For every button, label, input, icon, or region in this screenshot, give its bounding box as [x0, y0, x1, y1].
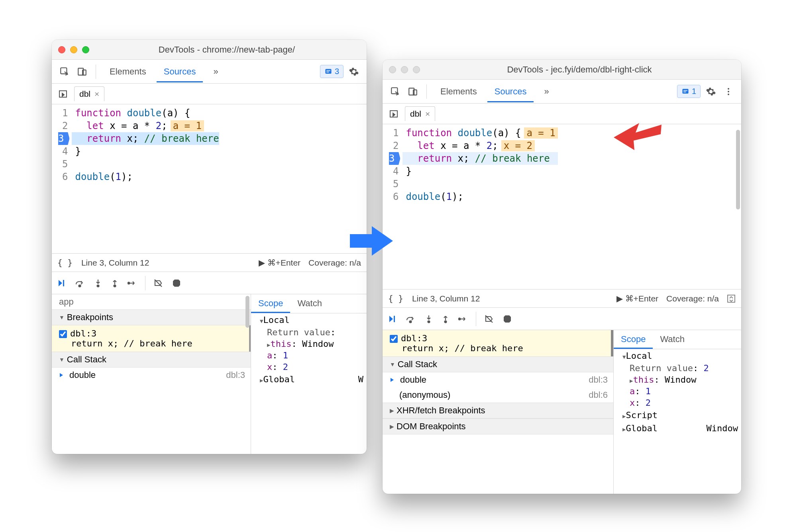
resume-icon[interactable]: [387, 314, 397, 324]
editor-statusbar: { } Line 3, Column 12 ▶ ⌘+Enter Coverage…: [383, 289, 741, 307]
close-window-button[interactable]: [58, 46, 65, 53]
titlebar: DevTools - jec.fyi/demo/dbl-right-click: [383, 60, 741, 80]
issues-badge[interactable]: 1: [677, 85, 701, 98]
file-tab-close-icon[interactable]: ×: [425, 109, 430, 119]
tab-sources[interactable]: Sources: [487, 81, 534, 102]
svg-point-8: [97, 285, 99, 287]
deactivate-breakpoints-icon[interactable]: [484, 314, 494, 324]
svg-rect-14: [682, 89, 688, 94]
tab-watch[interactable]: Watch: [290, 294, 329, 313]
close-window-button[interactable]: [389, 66, 396, 73]
run-snippet[interactable]: ▶ ⌘+Enter: [616, 294, 658, 303]
debugger-toolbar: [52, 272, 367, 294]
show-navigator-icon[interactable]: [387, 107, 401, 121]
tab-elements[interactable]: Elements: [102, 61, 153, 82]
expand-icon[interactable]: [727, 294, 736, 303]
step-out-icon[interactable]: [111, 279, 119, 288]
gear-icon[interactable]: [704, 84, 718, 99]
step-into-icon[interactable]: [425, 315, 433, 323]
svg-point-19: [728, 94, 729, 95]
show-navigator-icon[interactable]: [56, 87, 70, 101]
inspect-element-icon[interactable]: [57, 65, 72, 79]
file-tab-dbl[interactable]: dbl ×: [74, 86, 104, 101]
stack-frame[interactable]: (anonymous) dbl:6: [383, 387, 613, 403]
file-tab-close-icon[interactable]: ×: [94, 89, 99, 99]
device-toggle-icon[interactable]: [75, 65, 89, 79]
run-snippet[interactable]: ▶ ⌘+Enter: [259, 258, 300, 268]
pretty-print-icon[interactable]: { }: [57, 258, 73, 268]
code-body[interactable]: function double(a) { let x = a * 2;a = 1…: [72, 104, 219, 186]
window-title: DevTools - chrome://new-tab-page/: [93, 45, 360, 55]
inline-value-x: x = 2: [501, 140, 535, 151]
svg-rect-4: [326, 70, 330, 71]
stack-frame[interactable]: double dbl:3: [383, 372, 613, 387]
callstack-header[interactable]: ▼Call Stack: [52, 352, 251, 368]
inspect-element-icon[interactable]: [388, 84, 402, 99]
breakpoint-marker[interactable]: 3: [389, 152, 400, 165]
deactivate-breakpoints-icon[interactable]: [153, 278, 163, 288]
minimize-window-button[interactable]: [70, 46, 77, 53]
svg-point-9: [114, 285, 116, 287]
breakpoint-checkbox[interactable]: [59, 330, 67, 338]
svg-point-17: [728, 88, 729, 90]
xhr-breakpoints-header[interactable]: ▶XHR/fetch Breakpoints: [383, 403, 613, 419]
callstack-header[interactable]: ▼Call Stack: [383, 356, 613, 372]
tab-more[interactable]: »: [537, 81, 556, 102]
svg-point-10: [128, 282, 130, 284]
tab-sources[interactable]: Sources: [157, 61, 203, 82]
debugger-toolbar: [383, 307, 741, 330]
window-title: DevTools - jec.fyi/demo/dbl-right-click: [424, 65, 735, 75]
breakpoint-checkbox[interactable]: [390, 335, 398, 343]
traffic-lights: [389, 66, 420, 73]
code-body[interactable]: function double(a) {a = 1 let x = a * 2;…: [402, 124, 558, 205]
kebab-menu-icon[interactable]: [721, 84, 736, 99]
tab-scope[interactable]: Scope: [251, 294, 290, 313]
step-into-icon[interactable]: [94, 279, 102, 288]
tab-scope[interactable]: Scope: [614, 330, 653, 349]
zoom-window-button[interactable]: [413, 66, 420, 73]
step-icon[interactable]: [128, 279, 137, 287]
code-editor[interactable]: 1 2 3 4 5 6 function double(a) {a = 1 le…: [383, 124, 741, 205]
issues-badge[interactable]: 3: [320, 65, 344, 78]
pause-exceptions-icon[interactable]: [172, 278, 181, 288]
step-over-icon[interactable]: [406, 315, 416, 323]
svg-rect-16: [683, 92, 686, 92]
resume-icon[interactable]: [57, 278, 66, 288]
breakpoint-item[interactable]: dbl:3 return x; // break here: [383, 330, 613, 356]
code-editor[interactable]: 1 2 3 4 5 6 function double(a) { let x =…: [52, 104, 367, 186]
inline-value-a: a = 1: [171, 120, 204, 131]
step-out-icon[interactable]: [442, 315, 450, 323]
list-item[interactable]: app: [52, 294, 251, 309]
dom-breakpoints-header[interactable]: ▶DOM Breakpoints: [383, 419, 613, 434]
file-tabs-row: dbl ×: [383, 104, 741, 124]
pause-exceptions-icon[interactable]: [503, 314, 512, 324]
step-icon[interactable]: [458, 315, 468, 323]
breakpoint-marker[interactable]: 3: [58, 132, 69, 145]
devtools-window-left: DevTools - chrome://new-tab-page/ Elemen…: [52, 40, 367, 454]
breakpoint-item[interactable]: dbl:3 return x; // break here: [52, 325, 251, 352]
svg-point-18: [728, 91, 729, 92]
tab-more[interactable]: »: [206, 61, 225, 82]
breakpoints-header[interactable]: ▼Breakpoints: [52, 309, 251, 325]
svg-point-23: [428, 321, 430, 323]
minimize-window-button[interactable]: [401, 66, 408, 73]
file-tab-dbl[interactable]: dbl ×: [405, 106, 435, 121]
pretty-print-icon[interactable]: { }: [388, 294, 403, 303]
debugger-left-panel: app ▼Breakpoints dbl:3 return x; // brea…: [52, 294, 251, 454]
tab-watch[interactable]: Watch: [653, 330, 692, 349]
step-over-icon[interactable]: [75, 279, 85, 288]
paused-line: return x; // break here: [72, 132, 219, 145]
tab-elements[interactable]: Elements: [433, 81, 484, 102]
traffic-lights: [58, 46, 89, 53]
paused-line: return x; // break here: [402, 152, 558, 165]
toolbar-divider: [426, 84, 427, 99]
stack-frame[interactable]: double dbl:3: [52, 368, 251, 383]
device-toggle-icon[interactable]: [406, 84, 420, 99]
editor-statusbar: { } Line 3, Column 12 ▶ ⌘+Enter Coverage…: [52, 253, 367, 272]
issues-count: 3: [335, 67, 339, 76]
zoom-window-button[interactable]: [82, 46, 89, 53]
scrollbar[interactable]: [736, 130, 740, 209]
scrollbar[interactable]: [245, 296, 249, 328]
gear-icon[interactable]: [347, 65, 361, 79]
svg-rect-5: [326, 72, 329, 72]
